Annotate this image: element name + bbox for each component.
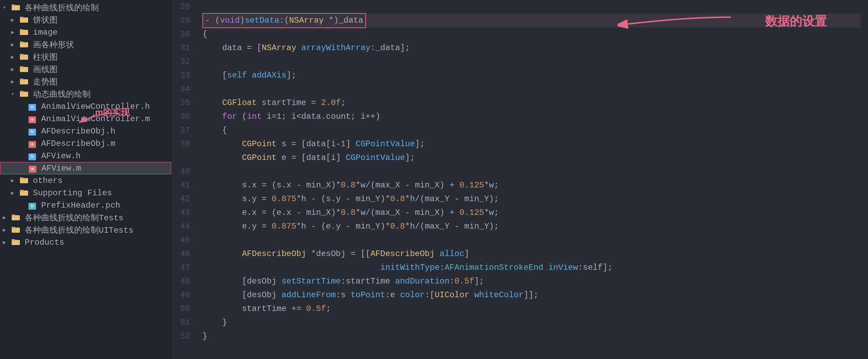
tree-arrow-icon: ▶ <box>11 177 18 184</box>
code-line-40 <box>202 165 861 178</box>
code-line-37: { <box>202 124 861 137</box>
file-icon <box>11 226 21 234</box>
svg-rect-3 <box>20 17 23 19</box>
file-icon <box>19 53 29 61</box>
code-line-30: { <box>202 27 861 41</box>
file-icon: h <box>27 127 37 135</box>
sidebar-item-trend-folder[interactable]: ▶走势图 <box>0 76 171 88</box>
sidebar-item-uitests-folder[interactable]: ▶各种曲线折线的绘制UITests <box>0 224 171 236</box>
sidebar-item-label: 各种曲线折线的绘制Tests <box>25 212 124 223</box>
sidebar-item-line-folder[interactable]: ▶画线图 <box>0 63 171 76</box>
file-icon: m <box>27 115 37 123</box>
line-number: 42 <box>172 192 190 206</box>
svg-rect-9 <box>20 54 23 56</box>
sidebar-item-label: 动态曲线的绘制 <box>33 89 91 100</box>
sidebar-item-afdesc-h[interactable]: hAFDescribeObj.h <box>0 125 171 137</box>
sidebar-item-label: 画各种形状 <box>33 39 74 50</box>
line-number: 28 <box>172 0 190 14</box>
code-line-41: s.x = (s.x - min_X)*0.8*w/(max_X - min_X… <box>202 178 861 192</box>
line-number: 35 <box>172 96 190 110</box>
code-line-38: CGPoint s = [data[i-1] CGPointValue]; <box>202 137 861 151</box>
tree-arrow-icon: ▾ <box>11 91 18 97</box>
code-line-48: [desObj setStartTime:startTime andDurati… <box>202 275 861 288</box>
file-icon: h <box>27 201 37 209</box>
file-icon: h <box>27 152 37 160</box>
svg-rect-1 <box>12 4 15 6</box>
svg-rect-7 <box>20 42 23 43</box>
svg-rect-21 <box>12 215 15 216</box>
line-number: 48 <box>172 275 190 288</box>
sidebar-item-support-folder[interactable]: ▶Supporting Files <box>0 187 171 199</box>
line-number: 43 <box>172 206 190 220</box>
line-number: 33 <box>172 69 190 82</box>
line-number: 37 <box>172 124 190 137</box>
sidebar-item-label: Supporting Files <box>33 188 112 198</box>
code-content[interactable]: - (void)setData:(NSArray *)_data{ data =… <box>196 0 868 359</box>
tree-arrow-icon: ▶ <box>11 41 18 48</box>
sidebar-item-products-folder[interactable]: ▶Products <box>0 236 171 248</box>
sidebar: ▾各种曲线折线的绘制▶饼状图▶image▶画各种形状▶柱状图▶画线图▶走势图▾动… <box>0 0 172 359</box>
code-line-45 <box>202 233 861 247</box>
sidebar-item-tests-folder[interactable]: ▶各种曲线折线的绘制Tests <box>0 211 171 224</box>
code-line-44: e.y = 0.875*h - (e.y - min_Y)*0.8*h/(max… <box>202 220 861 233</box>
sidebar-item-label: 各种曲线折线的绘制 <box>25 2 99 13</box>
file-icon: m <box>28 164 37 172</box>
line-number: 36 <box>172 110 190 124</box>
file-icon <box>19 177 29 184</box>
file-icon <box>19 189 29 197</box>
sidebar-item-label: AFView.m <box>42 164 81 173</box>
svg-rect-15 <box>20 91 23 93</box>
file-icon <box>19 28 29 36</box>
sidebar-item-afdesc-m[interactable]: mAFDescribeObj.m <box>0 137 171 150</box>
sidebar-item-shapes-folder[interactable]: ▶画各种形状 <box>0 38 171 51</box>
code-line-35: CGFloat startTime = 2.0f; <box>202 96 861 110</box>
sidebar-item-label: 走势图 <box>33 76 58 87</box>
code-editor: 2829303132333435363738404142434445464748… <box>172 0 868 359</box>
sidebar-item-pie-folder[interactable]: ▶饼状图 <box>0 14 171 26</box>
sidebar-item-bar-folder[interactable]: ▶柱状图 <box>0 51 171 63</box>
line-number: 52 <box>172 329 190 343</box>
svg-rect-25 <box>12 239 15 241</box>
sidebar-item-anim-vc-h[interactable]: hAnimalViewController.h <box>0 100 171 113</box>
sidebar-item-afview-m[interactable]: mAFView.m <box>0 162 171 174</box>
line-number: 31 <box>172 41 190 55</box>
code-line-38: CGPoint e = [data[i] CGPointValue]; <box>202 151 861 165</box>
file-icon <box>19 41 29 48</box>
sidebar-item-anim-vc-m[interactable]: mAnimalViewController.m <box>0 113 171 125</box>
code-line-51: } <box>202 316 861 329</box>
sidebar-item-anim-folder[interactable]: ▾动态曲线的绘制 <box>0 88 171 100</box>
sidebar-item-label: AFView.h <box>41 151 81 161</box>
file-icon <box>19 90 29 98</box>
line-number: 47 <box>172 261 190 275</box>
sidebar-item-label: 画线图 <box>33 64 58 75</box>
code-line-49: [desObj addLineFrom:s toPoint:e color:[U… <box>202 288 861 302</box>
svg-rect-23 <box>12 227 15 229</box>
right-annotation-arrow <box>618 7 734 34</box>
code-line-36: for (int i=1; i<data.count; i++) <box>202 110 861 124</box>
code-line-32 <box>202 55 861 69</box>
file-icon <box>11 4 21 11</box>
code-line-42: s.y = 0.875*h - (s.y - min_Y)*0.8*h/(max… <box>202 192 861 206</box>
sidebar-item-label: AFDescribeObj.h <box>41 127 115 136</box>
code-line-46: AFDescribeObj *desObj = [[AFDescribeObj … <box>202 247 861 261</box>
sidebar-item-label: Products <box>25 238 64 247</box>
line-number: 51 <box>172 316 190 329</box>
sidebar-item-image-folder[interactable]: ▶image <box>0 26 171 38</box>
line-number <box>172 151 190 165</box>
left-annotation-label: .m的实现 <box>93 106 130 118</box>
line-number: 40 <box>172 165 190 178</box>
sidebar-item-label: image <box>33 28 58 37</box>
sidebar-item-prefix-pch[interactable]: hPrefixHeader.pch <box>0 199 171 211</box>
tree-arrow-icon: ▶ <box>11 54 18 60</box>
line-number: 41 <box>172 178 190 192</box>
sidebar-item-others-folder[interactable]: ▶others <box>0 174 171 187</box>
file-icon: h <box>27 103 37 110</box>
code-line-28 <box>202 0 861 14</box>
line-number: 32 <box>172 55 190 69</box>
file-icon <box>19 78 29 85</box>
sidebar-item-root-folder[interactable]: ▾各种曲线折线的绘制 <box>0 1 171 14</box>
sidebar-item-afview-h[interactable]: hAFView.h <box>0 150 171 162</box>
line-number: 29 <box>172 14 190 27</box>
svg-rect-13 <box>20 79 23 80</box>
line-numbers: 2829303132333435363738404142434445464748… <box>172 0 196 359</box>
